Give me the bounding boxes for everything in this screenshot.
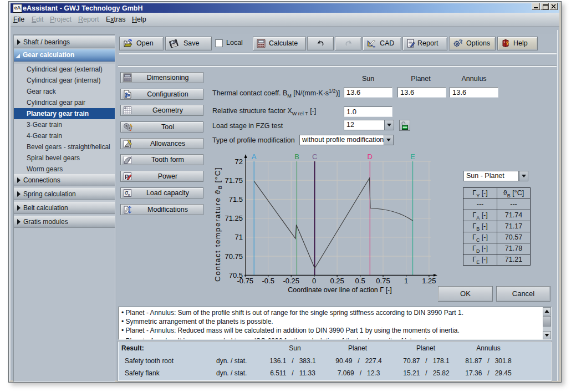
svg-text:1.25: 1.25: [422, 277, 436, 285]
svg-text:-0.75: -0.75: [237, 277, 253, 285]
svg-text:-0.25: -0.25: [283, 277, 299, 285]
svg-text:B: B: [294, 152, 299, 161]
svg-text:E: E: [410, 152, 415, 161]
svg-text:71.75: 71.75: [225, 176, 243, 185]
svg-text:70.75: 70.75: [225, 252, 243, 261]
svg-text:Contact temperature ϑB [°C]: Contact temperature ϑB [°C]: [213, 167, 223, 282]
svg-text:1: 1: [404, 277, 408, 285]
svg-text:A: A: [252, 152, 257, 161]
svg-text:?: ?: [506, 40, 509, 46]
svg-text:C: C: [312, 152, 317, 161]
svg-text:0.75: 0.75: [376, 277, 390, 285]
svg-text:D: D: [368, 152, 373, 161]
svg-text:-0.5: -0.5: [262, 277, 274, 285]
svg-text:0: 0: [312, 277, 316, 285]
svg-text:71.25: 71.25: [225, 214, 243, 222]
svg-text:0.5: 0.5: [355, 277, 365, 285]
svg-text:71.5: 71.5: [229, 195, 243, 203]
svg-text:x: x: [128, 192, 130, 197]
svg-text:71: 71: [235, 233, 243, 241]
svg-text:72: 72: [235, 157, 243, 166]
svg-text:0.25: 0.25: [330, 277, 344, 285]
svg-text:Coordinate over line of action: Coordinate over line of action Γ [-]: [288, 286, 392, 294]
